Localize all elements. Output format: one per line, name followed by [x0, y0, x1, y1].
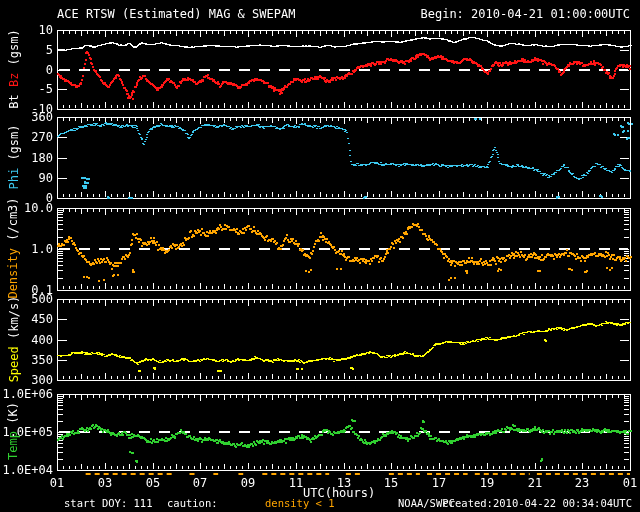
x-tick-label: 09 [233, 477, 263, 489]
panel-y-axis-title-part: (gsm) [6, 124, 20, 167]
panel-y-axis-title-part: (gsm) [6, 29, 20, 72]
x-tick-label: 01 [42, 477, 72, 489]
x-tick-label: 21 [520, 477, 550, 489]
x-tick-label: 07 [185, 477, 215, 489]
panel-y-axis-title-part: Bz [6, 72, 20, 86]
x-tick-label: 23 [567, 477, 597, 489]
panel-y-axis-title-part: (K) [6, 402, 20, 431]
chart-canvas [0, 0, 640, 512]
panel-y-axis-title-part: Phi [6, 167, 20, 189]
x-tick-label: 15 [376, 477, 406, 489]
ace-rtsw-plot: ACE RTSW (Estimated) MAG & SWEPAM Begin:… [0, 0, 640, 512]
x-tick-label: 01 [615, 477, 640, 489]
footer-created-timestamp: created:2010-04-22 00:34:04UTC [442, 498, 632, 509]
panel-y-axis-title-part: (km/s) [6, 295, 20, 346]
x-tick-label: 03 [90, 477, 120, 489]
panel-y-axis-title-part: Temp [6, 431, 20, 460]
begin-timestamp: Begin: 2010-04-21 01:00:00UTC [420, 8, 630, 20]
panel-y-axis-title: Temp (K) [7, 373, 19, 489]
footer-start-doy: start DOY: 111 [64, 498, 153, 509]
footer-caution-value: density < 1 [265, 498, 335, 509]
chart-title: ACE RTSW (Estimated) MAG & SWEPAM [57, 8, 295, 20]
panel-y-axis-title-part: (/cm3) [6, 197, 20, 248]
x-tick-label: 19 [472, 477, 502, 489]
footer-caution-label: caution: [167, 498, 218, 509]
x-tick-label: 05 [138, 477, 168, 489]
x-tick-label: 17 [424, 477, 454, 489]
